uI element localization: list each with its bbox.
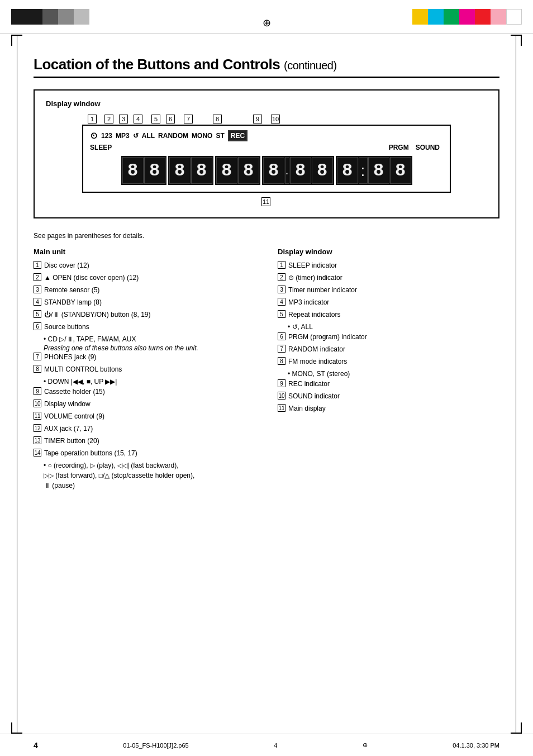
dw-list-item: 5 Repeat indicators — [278, 310, 499, 320]
item-text-1: Disc cover (12) — [44, 260, 255, 270]
dw-item-text-5: Repeat indicators — [288, 310, 499, 320]
lcd-d12: 8 — [390, 157, 411, 184]
list-item: 6 Source buttons — [34, 322, 255, 332]
display-random: RANDOM — [158, 132, 188, 140]
list-subitem-6b-italic: Pressing one of these buttons also turns… — [44, 344, 255, 352]
dw-item-text-3: Timer number indicator — [288, 285, 499, 295]
item-text-9: Cassette holder (15) — [44, 387, 255, 397]
lcd-group-1: 8 8 — [121, 156, 166, 185]
dw-subitem-5a: • ↺, ALL — [288, 322, 499, 332]
label-2: 2 — [104, 115, 113, 123]
dw-item-text-6: PRGM (program) indicator — [288, 332, 499, 342]
bar-white — [506, 9, 522, 25]
dw-item-num-6: 6 — [278, 332, 285, 340]
list-item: 9 Cassette holder (15) — [34, 387, 255, 397]
item-text-14: Tape operation buttons (15, 17) — [44, 448, 255, 458]
lcd-d2: 8 — [144, 157, 165, 184]
dw-list-item: 6 PRGM (program) indicator — [278, 332, 499, 342]
corner-mark-tr — [511, 35, 522, 46]
dw-item-text-1: SLEEP indicator — [288, 260, 499, 270]
item-num-2: 2 — [34, 273, 41, 281]
dw-item-num-10: 10 — [278, 392, 285, 400]
bar-red — [475, 9, 491, 25]
label-1: 1 — [88, 115, 97, 123]
lcd-d3: 8 — [169, 157, 191, 184]
list-item: 13 TIMER button (20) — [34, 436, 255, 446]
footer-compass: ⊕ — [363, 741, 368, 749]
list-item: 11 VOLUME control (9) — [34, 411, 255, 421]
label-4: 4 — [134, 115, 142, 123]
display-sleep: SLEEP — [90, 144, 112, 151]
list-item: 4 STANDBY lamp (8) — [34, 297, 255, 307]
item-text-2: ▲ OPEN (disc cover open) (12) — [44, 273, 255, 283]
dw-item-num-5: 5 — [278, 310, 285, 318]
page-title-main: Location of the Buttons and Controls — [34, 56, 280, 73]
dw-list-item: 8 FM mode indicators — [278, 356, 499, 367]
dw-list-item: 10 SOUND indicator — [278, 391, 499, 401]
list-subitem-8a: • DOWN |◀◀, ■, UP ▶▶| — [44, 377, 255, 387]
list-subitem-6a: • CD ▷/⏸, TAPE, FM/AM, AUX — [44, 334, 255, 344]
item-num-11: 11 — [34, 412, 41, 420]
item-text-10: Display window — [44, 399, 255, 409]
dw-item-num-4: 4 — [278, 298, 285, 306]
dw-item-text-8: FM mode indicators — [288, 356, 499, 367]
dw-list-item: 3 Timer number indicator — [278, 285, 499, 295]
lcd-d6: 8 — [238, 157, 259, 184]
display-mp3: MP3 — [116, 132, 130, 140]
list-item: 5 ⏻/⏸ (STANDBY/ON) button (8, 19) — [34, 310, 255, 320]
item-text-3: Remote sensor (5) — [44, 285, 255, 295]
label-9: 9 — [253, 115, 262, 123]
diagram-outer: 1 2 3 4 5 6 7 8 9 10 — [82, 115, 451, 206]
top-number-labels: 1 2 3 4 5 6 7 8 9 10 — [82, 115, 451, 125]
lcd-d10: 8 — [337, 157, 358, 184]
lcd-d7: 8 — [263, 157, 284, 184]
dw-list-item: 1 SLEEP indicator — [278, 260, 499, 270]
side-line-left — [17, 35, 17, 734]
dw-list-item: 11 Main display — [278, 403, 499, 413]
dw-item-text-11: Main display — [288, 403, 499, 413]
display-sound: SOUND — [416, 144, 440, 151]
timer-icon: ⏲ — [90, 131, 98, 140]
lcd-segments-container: 8 8 8 8 8 8 8 · 8 8 — [90, 156, 443, 185]
list-subitem-14c: ⏸ (pause) — [44, 481, 255, 491]
label-5: 5 — [151, 115, 160, 123]
list-item: 7 PHONES jack (9) — [34, 352, 255, 362]
bar-lightgray — [74, 9, 89, 25]
dw-item-num-2: 2 — [278, 273, 285, 281]
bar-magenta — [459, 9, 475, 25]
label-6: 6 — [166, 115, 175, 123]
bottom-num-row: 11 — [82, 197, 451, 206]
item-text-4: STANDBY lamp (8) — [44, 297, 255, 307]
dw-list-item: 7 RANDOM indicator — [278, 344, 499, 354]
footer-page-center: 4 — [274, 742, 277, 749]
item-text-13: TIMER button (20) — [44, 436, 255, 446]
main-unit-section: Main unit 1 Disc cover (12) 2 ▲ OPEN (di… — [34, 248, 255, 491]
display-content-area: ⏲ 123 MP3 ↺ ALL RANDOM MONO ST REC SLEEP… — [82, 125, 451, 193]
color-bars-left — [11, 9, 89, 25]
list-item: 2 ▲ OPEN (disc cover open) (12) — [34, 273, 255, 283]
footer-bar: 4 01-05_FS-H100[J]2.p65 4 ⊕ 04.1.30, 3:3… — [0, 734, 533, 756]
list-subitem-14a: • ○ (recording), ▷ (play), ◁◁| (fast bac… — [44, 460, 255, 470]
list-item: 12 AUX jack (7, 17) — [34, 424, 255, 434]
bar-cyan — [428, 9, 444, 25]
page-title-section: Location of the Buttons and Controls (co… — [34, 56, 499, 78]
dw-item-text-4: MP3 indicator — [288, 297, 499, 307]
display-window-list-title: Display window — [278, 248, 499, 256]
lcd-colon1: : — [359, 157, 368, 184]
bar-black-1 — [11, 9, 27, 25]
dw-item-num-3: 3 — [278, 286, 285, 293]
item-text-6: Source buttons — [44, 322, 255, 332]
page-title-sub: (continued) — [284, 59, 337, 72]
list-subitem-14b: ▷▷ (fast forward), □/△ (stop/cassette ho… — [44, 470, 255, 481]
footer-file-ref: 01-05_FS-H100[J]2.p65 — [123, 742, 188, 749]
display-repeat-arrow: ↺ — [133, 132, 139, 140]
lcd-d4: 8 — [191, 157, 212, 184]
item-num-6: 6 — [34, 322, 41, 330]
item-num-3: 3 — [34, 286, 41, 293]
dw-item-text-2: ⊙ (timer) indicator — [288, 273, 499, 283]
label-3: 3 — [119, 115, 128, 123]
label-10: 10 — [271, 115, 280, 123]
display-window-list-section: Display window 1 SLEEP indicator 2 ⊙ (ti… — [278, 248, 499, 491]
label-11: 11 — [261, 197, 270, 206]
item-num-8: 8 — [34, 365, 41, 373]
